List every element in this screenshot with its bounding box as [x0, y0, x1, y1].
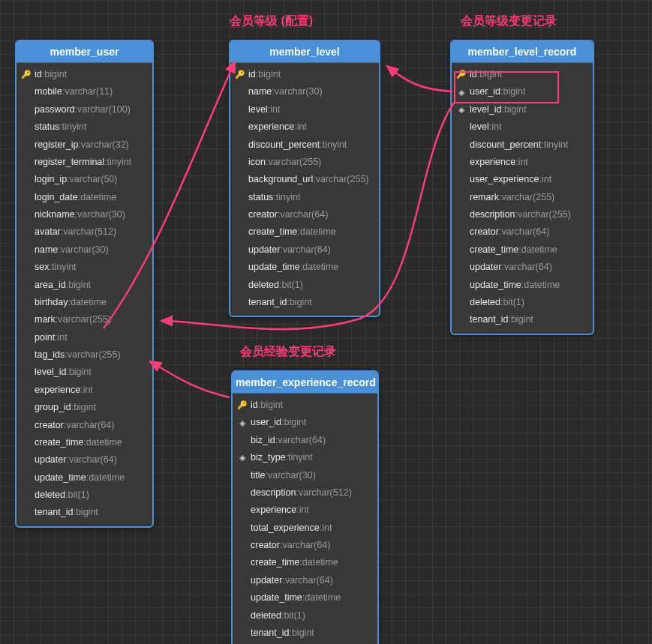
- entity-header[interactable]: member_level_record: [452, 41, 593, 63]
- column-row[interactable]: creator: varchar(64): [230, 206, 379, 223]
- column-row[interactable]: register_ip: varchar(32): [17, 136, 152, 154]
- column-row[interactable]: status: tinyint: [17, 118, 152, 136]
- column-row[interactable]: create_time: datetime: [230, 223, 379, 241]
- column-name: create_time: [248, 225, 297, 239]
- column-row[interactable]: discount_percent: tinyint: [230, 136, 379, 154]
- column-row[interactable]: register_terminal: tinyint: [17, 154, 152, 171]
- column-name: group_id: [35, 400, 71, 415]
- column-row[interactable]: description: varchar(512): [233, 484, 377, 502]
- column-row[interactable]: creator: varchar(64): [17, 417, 152, 434]
- column-row[interactable]: ◈user_id: bigint: [233, 414, 377, 431]
- column-row[interactable]: experience: int: [17, 382, 152, 399]
- column-row[interactable]: password: varchar(100): [17, 101, 152, 118]
- column-row[interactable]: experience: int: [230, 118, 379, 136]
- column-row[interactable]: deleted: bit(1): [233, 607, 377, 625]
- column-row[interactable]: tenant_id: bigint: [17, 504, 152, 521]
- column-row[interactable]: deleted: bit(1): [17, 487, 152, 504]
- column-row[interactable]: name: varchar(30): [230, 83, 379, 100]
- column-row[interactable]: tenant_id: bigint: [233, 625, 377, 642]
- column-row[interactable]: create_time: datetime: [233, 554, 377, 571]
- column-row[interactable]: creator: varchar(64): [233, 537, 377, 554]
- column-row[interactable]: updater: varchar(64): [230, 241, 379, 259]
- key-icon: 🔑: [237, 399, 248, 412]
- column-type: varchar(255): [268, 155, 321, 169]
- column-row[interactable]: nickname: varchar(30): [17, 206, 152, 223]
- column-type: datetime: [521, 243, 557, 257]
- column-row[interactable]: experience: int: [452, 154, 593, 171]
- entity-member-level-record[interactable]: member_level_record 🔑id: bigint◈user_id:…: [450, 40, 594, 335]
- column-row[interactable]: updater: varchar(64): [452, 259, 593, 276]
- column-row[interactable]: deleted: bit(1): [452, 294, 593, 311]
- column-row[interactable]: avatar: varchar(512): [17, 223, 152, 241]
- column-row[interactable]: description: varchar(255): [452, 206, 593, 223]
- entity-member-experience-record[interactable]: member_experience_record 🔑id: bigint◈use…: [231, 370, 379, 644]
- column-row[interactable]: point: int: [17, 329, 152, 346]
- column-row[interactable]: level: int: [230, 101, 379, 118]
- column-name: title: [251, 469, 265, 483]
- column-row[interactable]: biz_id: varchar(64): [233, 432, 377, 449]
- column-name: mobile: [35, 85, 62, 99]
- column-row[interactable]: group_id: bigint: [17, 399, 152, 416]
- column-row[interactable]: total_experience: int: [233, 520, 377, 537]
- column-row[interactable]: deleted: bit(1): [230, 277, 379, 294]
- entity-header[interactable]: member_experience_record: [233, 372, 377, 394]
- column-row[interactable]: title: varchar(30): [233, 467, 377, 484]
- column-row[interactable]: create_time: datetime: [452, 241, 593, 259]
- column-row[interactable]: 🔑id: bigint: [230, 66, 379, 83]
- column-row[interactable]: update_time: datetime: [452, 277, 593, 294]
- column-name: discount_percent: [248, 138, 320, 152]
- column-type: bigint: [292, 626, 314, 640]
- column-row[interactable]: user_experience: int: [452, 171, 593, 188]
- column-type: varchar(100): [77, 103, 131, 117]
- column-type: int: [270, 103, 280, 117]
- column-row[interactable]: tenant_id: bigint: [452, 311, 593, 328]
- column-row[interactable]: tag_ids: varchar(255): [17, 346, 152, 364]
- column-row[interactable]: mark: varchar(255): [17, 311, 152, 328]
- column-row[interactable]: background_url: varchar(255): [230, 171, 379, 188]
- column-type: varchar(64): [69, 453, 117, 467]
- column-name: discount_percent: [470, 138, 541, 152]
- column-name: password: [35, 103, 75, 117]
- column-row[interactable]: icon: varchar(255): [230, 154, 379, 171]
- column-row[interactable]: 🔑id: bigint: [452, 66, 593, 83]
- column-name: creator: [470, 225, 499, 239]
- column-row[interactable]: remark: varchar(255): [452, 189, 593, 206]
- column-row[interactable]: name: varchar(30): [17, 241, 152, 259]
- column-row[interactable]: sex: tinyint: [17, 259, 152, 276]
- column-name: experience: [248, 120, 294, 134]
- column-name: tenant_id: [251, 626, 289, 640]
- column-row[interactable]: updater: varchar(64): [233, 572, 377, 589]
- entity-member-user[interactable]: member_user 🔑id: bigintmobile: varchar(1…: [15, 40, 154, 528]
- column-name: user_experience: [470, 172, 539, 187]
- column-row[interactable]: tenant_id: bigint: [230, 294, 379, 311]
- column-row[interactable]: mobile: varchar(11): [17, 83, 152, 100]
- entity-header[interactable]: member_level: [230, 41, 379, 63]
- key-icon: 🔑: [235, 68, 245, 81]
- column-row[interactable]: update_time: datetime: [233, 589, 377, 607]
- entity-member-level[interactable]: member_level 🔑id: bigintname: varchar(30…: [229, 40, 380, 317]
- entity-header[interactable]: member_user: [17, 41, 152, 63]
- column-row[interactable]: status: tinyint: [230, 189, 379, 206]
- column-row[interactable]: birthday: datetime: [17, 294, 152, 311]
- column-row[interactable]: login_ip: varchar(50): [17, 171, 152, 188]
- column-row[interactable]: ◈level_id: bigint: [452, 101, 593, 118]
- column-name: create_time: [470, 243, 518, 257]
- column-row[interactable]: area_id: bigint: [17, 277, 152, 294]
- column-row[interactable]: ◈biz_type: tinyint: [233, 449, 377, 466]
- column-row[interactable]: ◈user_id: bigint: [452, 83, 593, 100]
- column-name: update_time: [251, 591, 302, 605]
- column-row[interactable]: create_time: datetime: [17, 434, 152, 451]
- column-row[interactable]: level_id: bigint: [17, 364, 152, 381]
- column-row[interactable]: update_time: datetime: [230, 259, 379, 276]
- column-row[interactable]: level: int: [452, 118, 593, 136]
- column-type: varchar(255): [501, 190, 554, 205]
- column-type: varchar(30): [77, 208, 125, 222]
- column-row[interactable]: 🔑id: bigint: [233, 397, 377, 414]
- column-row[interactable]: login_date: datetime: [17, 189, 152, 206]
- column-row[interactable]: discount_percent: tinyint: [452, 136, 593, 154]
- column-row[interactable]: experience: int: [233, 502, 377, 519]
- column-row[interactable]: update_time: datetime: [17, 469, 152, 487]
- column-row[interactable]: 🔑id: bigint: [17, 66, 152, 83]
- column-row[interactable]: updater: varchar(64): [17, 451, 152, 469]
- column-row[interactable]: creator: varchar(64): [452, 223, 593, 241]
